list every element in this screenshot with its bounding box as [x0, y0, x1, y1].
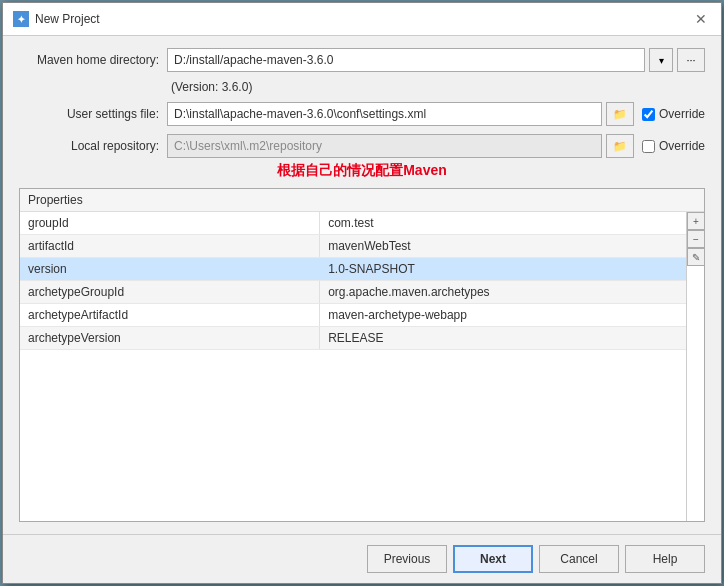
remove-property-button[interactable]: − — [687, 230, 704, 248]
local-repo-input-container: 📁 — [167, 134, 634, 158]
cancel-button[interactable]: Cancel — [539, 545, 619, 573]
dialog-icon: ✦ — [13, 11, 29, 27]
table-row[interactable]: groupIdcom.test — [20, 212, 686, 235]
close-button[interactable]: ✕ — [691, 9, 711, 29]
maven-home-dropdown-btn[interactable]: ▾ — [649, 48, 673, 72]
next-button[interactable]: Next — [453, 545, 533, 573]
maven-home-input[interactable] — [167, 48, 645, 72]
table-row[interactable]: archetypeArtifactIdmaven-archetype-webap… — [20, 304, 686, 327]
title-bar: ✦ New Project ✕ — [3, 3, 721, 36]
maven-version-text: (Version: 3.6.0) — [171, 80, 252, 94]
property-value: mavenWebTest — [320, 235, 686, 258]
user-settings-override-container: Override — [642, 107, 705, 121]
properties-title: Properties — [20, 189, 704, 212]
property-key: archetypeArtifactId — [20, 304, 320, 327]
table-row[interactable]: version1.0-SNAPSHOT — [20, 258, 686, 281]
property-value: com.test — [320, 212, 686, 235]
maven-home-row: Maven home directory: ▾ ··· — [19, 48, 705, 72]
new-project-dialog: ✦ New Project ✕ Maven home directory: ▾ … — [2, 2, 722, 584]
user-settings-input[interactable] — [167, 102, 602, 126]
add-property-button[interactable]: + — [687, 212, 704, 230]
user-settings-label: User settings file: — [19, 107, 159, 121]
maven-home-browse-btn[interactable]: ··· — [677, 48, 705, 72]
property-key: groupId — [20, 212, 320, 235]
property-value: org.apache.maven.archetypes — [320, 281, 686, 304]
local-repo-override-label: Override — [659, 139, 705, 153]
property-key: archetypeGroupId — [20, 281, 320, 304]
table-row[interactable]: archetypeGroupIdorg.apache.maven.archety… — [20, 281, 686, 304]
properties-side-buttons: + − ✎ — [686, 212, 704, 521]
title-bar-left: ✦ New Project — [13, 11, 100, 27]
user-settings-override-label: Override — [659, 107, 705, 121]
previous-button[interactable]: Previous — [367, 545, 447, 573]
properties-table-wrapper: groupIdcom.testartifactIdmavenWebTestver… — [20, 212, 704, 521]
local-repo-input — [167, 134, 602, 158]
maven-home-input-container: ▾ ··· — [167, 48, 705, 72]
property-key: version — [20, 258, 320, 281]
local-repo-browse-btn[interactable]: 📁 — [606, 134, 634, 158]
table-row[interactable]: artifactIdmavenWebTest — [20, 235, 686, 258]
property-value: 1.0-SNAPSHOT — [320, 258, 686, 281]
user-settings-row: User settings file: 📁 Override — [19, 102, 705, 126]
local-repo-override-container: Override — [642, 139, 705, 153]
help-button[interactable]: Help — [625, 545, 705, 573]
dialog-content: Maven home directory: ▾ ··· (Version: 3.… — [3, 36, 721, 534]
table-row[interactable]: archetypeVersionRELEASE — [20, 327, 686, 350]
dialog-title: New Project — [35, 12, 100, 26]
maven-home-label: Maven home directory: — [19, 53, 159, 67]
property-value: maven-archetype-webapp — [320, 304, 686, 327]
maven-version-row: (Version: 3.6.0) — [19, 80, 705, 94]
annotation-text: 根据自己的情况配置Maven — [19, 162, 705, 180]
local-repo-override-checkbox[interactable] — [642, 140, 655, 153]
properties-table-inner: groupIdcom.testartifactIdmavenWebTestver… — [20, 212, 686, 521]
property-key: archetypeVersion — [20, 327, 320, 350]
local-repo-row: Local repository: 📁 Override — [19, 134, 705, 158]
user-settings-override-checkbox[interactable] — [642, 108, 655, 121]
properties-table: groupIdcom.testartifactIdmavenWebTestver… — [20, 212, 686, 350]
property-key: artifactId — [20, 235, 320, 258]
property-value: RELEASE — [320, 327, 686, 350]
dialog-footer: Previous Next Cancel Help — [3, 534, 721, 583]
user-settings-input-container: 📁 — [167, 102, 634, 126]
local-repo-label: Local repository: — [19, 139, 159, 153]
edit-property-button[interactable]: ✎ — [687, 248, 704, 266]
properties-section: Properties groupIdcom.testartifactIdmave… — [19, 188, 705, 522]
user-settings-browse-btn[interactable]: 📁 — [606, 102, 634, 126]
